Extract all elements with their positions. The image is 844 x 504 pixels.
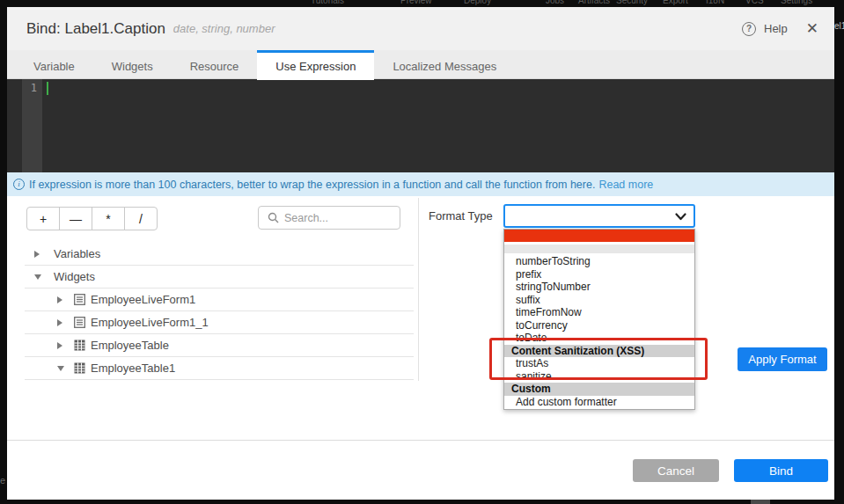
background-menu-jobs: Jobs [546, 0, 564, 5]
collapse-arrow-icon[interactable] [34, 274, 43, 280]
dropdown-option-sanitize[interactable]: sanitize [504, 370, 694, 383]
panel-divider [418, 198, 419, 381]
read-more-link[interactable]: Read more [598, 179, 653, 191]
form-widget-icon [74, 317, 85, 328]
tree-node-label: EmployeeLiveForm1 [91, 293, 195, 306]
tab-localized-messages[interactable]: Localized Messages [374, 50, 515, 79]
tab-use-expression[interactable]: Use Expression [257, 50, 374, 80]
expand-arrow-icon[interactable] [57, 342, 66, 349]
dialog-body: +—*/ VariablesWidgetsEmployeeLiveForm1Em… [7, 196, 834, 440]
dialog-title: Bind: Label1.Caption [26, 20, 165, 38]
background-menu-export: Export [663, 0, 688, 5]
tree-node-employeetable[interactable]: EmployeeTable [25, 334, 414, 357]
collapse-arrow-icon[interactable] [57, 366, 66, 371]
multiply-operator-button[interactable]: * [92, 207, 125, 230]
expand-arrow-icon[interactable] [57, 296, 66, 303]
background-menu-settings: Settings [781, 0, 812, 5]
editor-line-number: 1 [22, 79, 42, 172]
dropdown-group-custom: Custom [504, 383, 694, 396]
dropdown-option-add-custom-formatter[interactable]: Add custom formatter [504, 396, 694, 409]
screen: TutorialsPreviewDeployJobsArtifactsSecur… [0, 0, 844, 504]
background-left-fragment: e [0, 475, 6, 486]
tab-variable[interactable]: Variable [15, 50, 93, 79]
dropdown-option-trustas[interactable]: trustAs [504, 357, 694, 370]
background-right-strip: el1 [834, 0, 844, 504]
search-box[interactable] [258, 206, 400, 230]
tree-node-label: EmployeeLiveForm1_1 [91, 316, 209, 329]
tree-node-label: Variables [54, 247, 100, 260]
info-bar: i If expression is more than 100 charact… [7, 172, 834, 196]
bind-dialog: Bind: Label1.Caption date, string, numbe… [7, 7, 834, 500]
format-type-label: Format Type [429, 204, 493, 228]
help-label[interactable]: Help [764, 22, 788, 35]
table-widget-icon [74, 362, 85, 374]
plus-operator-button[interactable]: + [26, 207, 60, 230]
binding-tree: VariablesWidgetsEmployeeLiveForm1Employe… [25, 243, 414, 380]
form-widget-icon [74, 294, 85, 305]
dropdown-option-tocurrency[interactable]: toCurrency [504, 319, 694, 332]
background-menu-security: Security [616, 0, 648, 5]
dropdown-option-stringtonumber[interactable]: stringToNumber [504, 281, 694, 294]
apply-format-button[interactable]: Apply Format [738, 347, 827, 371]
tree-node-employeeliveform1[interactable]: EmployeeLiveForm1 [25, 289, 414, 311]
editor-cursor [47, 82, 48, 95]
dropdown-option-suffix[interactable]: suffix [504, 294, 694, 307]
format-type-dropdown: numberToStringprefixstringToNumbersuffix… [503, 229, 695, 410]
format-type-select[interactable] [503, 204, 695, 228]
tab-bar: VariableWidgetsResourceUse ExpressionLoc… [7, 50, 834, 79]
dropdown-option-timefromnow[interactable]: timeFromNow [504, 306, 694, 319]
expression-editor[interactable]: 1 [7, 79, 834, 172]
background-menu-i18n: I18N [706, 0, 724, 5]
triangle-glyph [57, 342, 62, 349]
tree-node-label: Widgets [54, 270, 95, 283]
tree-node-variables[interactable]: Variables [25, 243, 414, 266]
triangle-glyph [34, 274, 41, 280]
table-widget-icon [74, 340, 85, 351]
expand-arrow-icon[interactable] [57, 319, 66, 326]
triangle-glyph [57, 319, 62, 326]
dropdown-option-numbertostring[interactable]: numberToString [504, 255, 694, 268]
divide-operator-button[interactable]: / [124, 207, 158, 230]
background-menu-deploy: Deploy [464, 0, 491, 5]
close-icon[interactable]: ✕ [806, 22, 818, 36]
background-top-menu: TutorialsPreviewDeployJobsArtifactsSecur… [0, 0, 844, 7]
dropdown-group-content-sanitization-xss: Content Sanitization (XSS) [504, 345, 694, 358]
background-menu-vcs: VCS [745, 0, 764, 5]
tree-node-employeeliveform1-1[interactable]: EmployeeLiveForm1_1 [25, 311, 414, 334]
dialog-footer: Cancel Bind [7, 440, 834, 500]
background-text-fragment: el1 [834, 21, 844, 31]
background-menu-artifacts: Artifacts [578, 0, 610, 5]
tree-node-label: EmployeeTable1 [91, 362, 175, 375]
dropdown-option-selected-blank[interactable] [504, 230, 694, 242]
tab-widgets[interactable]: Widgets [93, 50, 172, 79]
tree-node-label: EmployeeTable [91, 339, 169, 352]
bind-button[interactable]: Bind [734, 459, 828, 482]
cancel-button[interactable]: Cancel [633, 459, 719, 482]
search-input[interactable] [284, 212, 390, 224]
help-icon[interactable]: ? [742, 22, 756, 36]
tab-resource[interactable]: Resource [172, 50, 258, 79]
dropdown-option-blank[interactable] [504, 245, 694, 253]
tree-node-widgets[interactable]: Widgets [25, 266, 414, 289]
dropdown-option-todate[interactable]: toDate [504, 332, 694, 345]
minus-operator-button[interactable]: — [59, 207, 92, 230]
info-text: If expression is more than 100 character… [29, 179, 595, 191]
info-icon: i [13, 179, 25, 190]
dialog-header: Bind: Label1.Caption date, string, numbe… [7, 7, 834, 50]
background-bottom-fragment [751, 500, 770, 504]
header-actions: ? Help ✕ [742, 22, 818, 36]
dialog-subtitle: date, string, number [173, 22, 275, 35]
search-icon [268, 212, 279, 223]
expand-arrow-icon[interactable] [34, 251, 43, 258]
operator-buttons: +—*/ [26, 207, 158, 230]
chevron-down-icon [675, 213, 686, 221]
dropdown-option-prefix[interactable]: prefix [504, 268, 694, 281]
triangle-glyph [34, 251, 40, 258]
triangle-glyph [57, 366, 64, 371]
tree-node-employeetable1[interactable]: EmployeeTable1 [25, 357, 414, 380]
triangle-glyph [57, 296, 62, 303]
background-menu-preview: Preview [400, 0, 432, 5]
background-menu-tutorials: Tutorials [311, 0, 344, 5]
